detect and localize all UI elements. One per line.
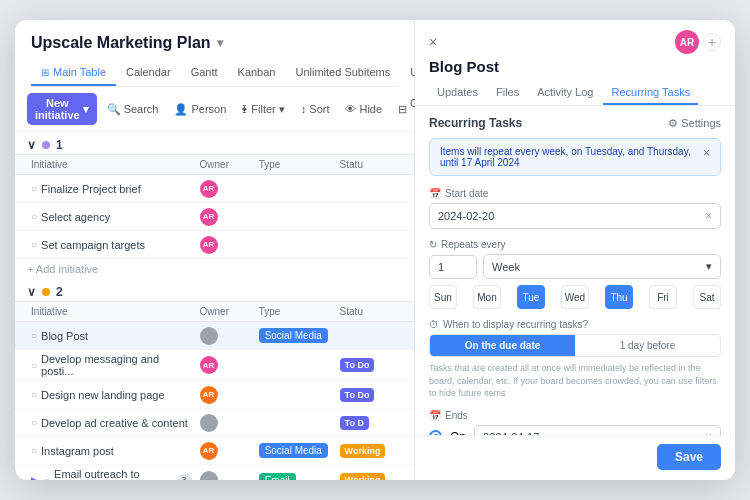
cell-initiative: ○ Blog Post bbox=[27, 327, 196, 345]
cell-type bbox=[255, 186, 336, 192]
add-initiative-group1[interactable]: + Add initiative bbox=[15, 259, 414, 279]
col-header-initiative: Initiative bbox=[27, 302, 196, 321]
avatar: AR bbox=[200, 180, 218, 198]
table-row[interactable]: ○ Blog Post Social Media bbox=[15, 322, 414, 350]
tab-activity-log-label: Activity Log bbox=[537, 86, 593, 98]
cell-initiative: ▶ ○ Email outreach to existing... 3 bbox=[27, 465, 196, 480]
initiative-text: Develop ad creative & content bbox=[41, 417, 188, 429]
settings-label: Settings bbox=[681, 117, 721, 129]
group-icon: ⊟ bbox=[398, 103, 407, 116]
day-wed[interactable]: Wed bbox=[561, 285, 589, 309]
table-row: ○ Design new landing page AR To Do bbox=[15, 381, 414, 409]
initiative-text: Finalize Project brief bbox=[41, 183, 141, 195]
cell-owner: AR bbox=[196, 205, 255, 229]
avatar: AR bbox=[200, 236, 218, 254]
col-header-initiative: Initiative bbox=[27, 155, 196, 174]
search-button[interactable]: 🔍 Search bbox=[101, 100, 165, 119]
when-note: Tasks that are created all at once will … bbox=[429, 362, 721, 400]
filter-button[interactable]: ⧱ Filter ▾ bbox=[236, 100, 290, 119]
task-icon: ○ bbox=[31, 417, 37, 428]
group2-dot bbox=[42, 288, 50, 296]
cell-owner: AR bbox=[196, 439, 255, 463]
settings-link[interactable]: ⚙ Settings bbox=[668, 117, 721, 130]
panel-tabs: Updates Files Activity Log Recurring Tas… bbox=[415, 81, 735, 106]
repeats-unit-select[interactable]: Week ▾ bbox=[483, 254, 721, 279]
filter-chevron-icon: ▾ bbox=[279, 103, 285, 116]
tab-unlimited-subitems[interactable]: Unlimited Subitems bbox=[285, 60, 400, 86]
panel-top-bar: × AR + bbox=[415, 20, 735, 54]
toggle-day-before[interactable]: 1 day before bbox=[575, 335, 720, 356]
filter-icon: ⧱ bbox=[242, 103, 248, 115]
tab-gantt[interactable]: Gantt bbox=[181, 60, 228, 86]
avatar: AR bbox=[200, 442, 218, 460]
table-row: ○ Select agency AR bbox=[15, 203, 414, 231]
cell-owner: AR bbox=[196, 233, 255, 257]
sort-icon: ↕ bbox=[301, 103, 307, 115]
repeats-unit-value: Week bbox=[492, 261, 520, 273]
avatar bbox=[200, 471, 218, 480]
task-icon: ○ bbox=[31, 445, 37, 456]
cell-status: To D bbox=[336, 413, 402, 433]
initiative-text: Set campaign targets bbox=[41, 239, 145, 251]
cell-type bbox=[255, 420, 336, 426]
tab-kanban[interactable]: Kanban bbox=[228, 60, 286, 86]
hide-button[interactable]: 👁 Hide bbox=[339, 100, 388, 118]
tab-updates[interactable]: Updates bbox=[429, 81, 486, 105]
initiative-text: Blog Post bbox=[41, 330, 88, 342]
start-date-input[interactable]: 2024-02-20 × bbox=[429, 203, 721, 229]
banner-close-button[interactable]: × bbox=[703, 146, 710, 160]
day-sat[interactable]: Sat bbox=[693, 285, 721, 309]
table-row: ○ Develop ad creative & content To D bbox=[15, 409, 414, 437]
start-date-label: 📅 Start date bbox=[429, 188, 721, 199]
ends-date-input[interactable]: 2024-04-17 × bbox=[474, 425, 721, 435]
day-fri[interactable]: Fri bbox=[649, 285, 677, 309]
panel-close-button[interactable]: × bbox=[429, 34, 437, 50]
expand-icon[interactable]: ▶ bbox=[31, 475, 38, 480]
chevron-right-icon[interactable]: ∨ bbox=[27, 138, 36, 152]
repeats-row: 1 Week ▾ bbox=[429, 254, 721, 279]
cell-initiative: ○ Instagram post bbox=[27, 442, 196, 460]
tab-main-table[interactable]: ⊞ Main Table bbox=[31, 60, 116, 86]
tab-recurring-tasks[interactable]: Recurring Tasks bbox=[603, 81, 698, 105]
day-mon[interactable]: Mon bbox=[473, 285, 501, 309]
status-badge: To D bbox=[340, 416, 369, 430]
repeats-num-input[interactable]: 1 bbox=[429, 255, 477, 279]
task-icon: ○ bbox=[31, 330, 37, 341]
initiative-text: Select agency bbox=[41, 211, 110, 223]
clear-start-date-button[interactable]: × bbox=[705, 209, 712, 223]
tab-files[interactable]: Files bbox=[488, 81, 527, 105]
tab-recurring-tasks-label: Recurring Tasks bbox=[611, 86, 690, 98]
repeat-icon: ↻ bbox=[429, 239, 437, 250]
day-sun[interactable]: Sun bbox=[429, 285, 457, 309]
ends-section: 📅 Ends On 2024-04-17 × After 1 bbox=[429, 410, 721, 435]
new-initiative-label: New initiative bbox=[35, 97, 80, 121]
new-initiative-button[interactable]: New initiative ▾ bbox=[27, 93, 97, 125]
tab-activity-log[interactable]: Activity Log bbox=[529, 81, 601, 105]
ends-label: 📅 Ends bbox=[429, 410, 721, 421]
start-date-value: 2024-02-20 bbox=[438, 210, 494, 222]
day-thu[interactable]: Thu bbox=[605, 285, 633, 309]
person-label: Person bbox=[191, 103, 226, 115]
save-button[interactable]: Save bbox=[657, 444, 721, 470]
toggle-buttons: On the due date 1 day before bbox=[429, 334, 721, 357]
day-tue[interactable]: Tue bbox=[517, 285, 545, 309]
table-area: ∨ 1 Initiative Owner Type Statu ○ Finali… bbox=[15, 132, 414, 480]
chevron-right-icon[interactable]: ∨ bbox=[27, 285, 36, 299]
cell-status bbox=[336, 186, 402, 192]
toggle-on-due-date[interactable]: On the due date bbox=[430, 335, 575, 356]
status-badge: Working bbox=[340, 473, 386, 480]
sort-button[interactable]: ↕ Sort bbox=[295, 100, 336, 118]
ends-on-row: On 2024-04-17 × bbox=[429, 425, 721, 435]
add-member-button[interactable]: + bbox=[703, 33, 721, 51]
info-banner: Items will repeat every week, on Tuesday… bbox=[429, 138, 721, 176]
chevron-down-icon[interactable]: ▾ bbox=[217, 36, 223, 50]
col-header-owner: Owner bbox=[196, 155, 255, 174]
person-button[interactable]: 👤 Person bbox=[168, 100, 232, 119]
tab-calendar[interactable]: Calendar bbox=[116, 60, 181, 86]
table-row: ○ Develop messaging and posti... AR To D… bbox=[15, 350, 414, 381]
cell-owner: AR bbox=[196, 353, 255, 377]
group2-header: ∨ 2 bbox=[15, 279, 414, 301]
avatar: AR bbox=[200, 356, 218, 374]
main-tabs-row: ⊞ Main Table Calendar Gantt Kanban Unlim… bbox=[31, 60, 398, 87]
left-panel: Upscale Marketing Plan ▾ ⊞ Main Table Ca… bbox=[15, 20, 415, 480]
